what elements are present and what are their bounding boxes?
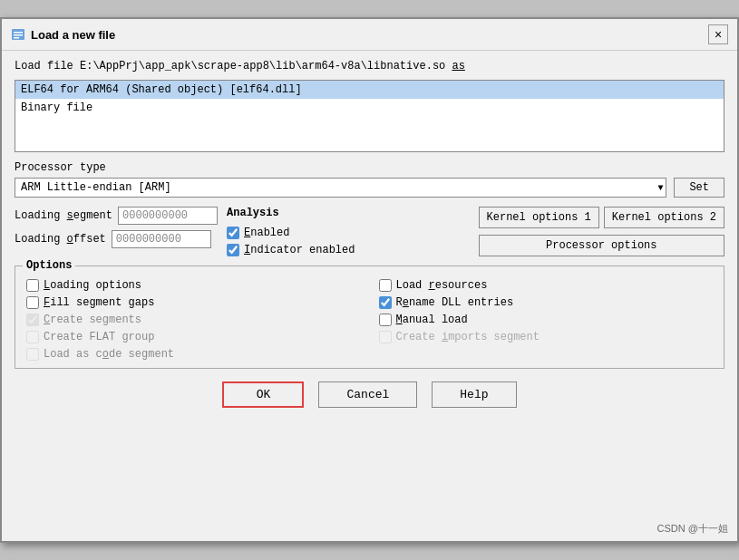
create-segments-checkbox [26, 314, 39, 326]
opt-create-imports: Create imports segment [379, 331, 714, 343]
analysis-title: Analysis [227, 207, 470, 219]
options-box: Options Loading options Fill segment gap… [15, 266, 724, 369]
svg-rect-2 [14, 34, 23, 36]
loading-fields: Loading segment Loading offset [15, 207, 218, 248]
title-bar-left: Load a new file [11, 27, 115, 42]
loading-segment-input[interactable] [118, 207, 218, 225]
processor-row: ARM Little-endian [ARM] ▼ Set [15, 178, 724, 198]
dialog-title: Load a new file [31, 28, 115, 42]
kernel-options-1-button[interactable]: Kernel options 1 [479, 207, 599, 228]
processor-select[interactable]: ARM Little-endian [ARM] [15, 178, 666, 198]
loading-offset-label: Loading offset [15, 233, 106, 246]
set-button[interactable]: Set [674, 178, 724, 198]
svg-rect-3 [14, 37, 19, 39]
opt-create-segments: Create segments [26, 314, 361, 326]
options-left-col: Loading options Fill segment gaps Create… [26, 279, 361, 361]
load-file-dialog: Load a new file × Load file E:\AppPrj\ap… [0, 17, 739, 543]
loading-segment-row: Loading segment [15, 207, 218, 225]
processor-select-wrapper[interactable]: ARM Little-endian [ARM] ▼ [15, 178, 666, 198]
load-code-label: Load as code segment [44, 348, 174, 361]
opt-create-flat: Create FLAT group [26, 331, 361, 343]
analysis-box: Analysis Enabled Indicator enabled [227, 207, 470, 256]
help-button[interactable]: Help [432, 381, 516, 408]
fill-segment-gaps-checkbox[interactable] [26, 296, 39, 309]
fill-segment-gaps-label: Fill segment gaps [44, 296, 154, 309]
processor-type-label: Processor type [15, 161, 724, 174]
processor-options-button[interactable]: Processor options [479, 235, 724, 256]
load-resources-label: Load resources [396, 279, 488, 292]
enabled-label: Enabled [244, 227, 289, 239]
rename-dll-label: Rename DLL entries [396, 296, 514, 309]
create-segments-label: Create segments [44, 314, 141, 326]
indicator-row: Indicator enabled [227, 244, 470, 256]
bottom-buttons: OK Cancel Help [15, 381, 724, 408]
file-type-item-elf64[interactable]: ELF64 for ARM64 (Shared object) [elf64.d… [15, 81, 724, 99]
loading-offset-input[interactable] [112, 230, 211, 248]
loading-segment-label: Loading segment [15, 209, 112, 222]
kernel-buttons-group: Kernel options 1 Kernel options 2 Proces… [479, 207, 724, 256]
opt-manual-load: Manual load [379, 314, 714, 326]
kernel-btn-row: Kernel options 1 Kernel options 2 [479, 207, 724, 228]
dialog-icon [11, 27, 25, 42]
load-code-checkbox [26, 348, 39, 361]
manual-load-checkbox[interactable] [379, 314, 392, 326]
file-type-item-binary[interactable]: Binary file [15, 99, 724, 117]
svg-rect-1 [14, 32, 23, 34]
file-type-list[interactable]: ELF64 for ARM64 (Shared object) [elf64.d… [15, 80, 724, 152]
indicator-label: Indicator enabled [244, 244, 355, 256]
create-flat-checkbox [26, 331, 39, 343]
manual-load-label: Manual load [396, 314, 468, 326]
loading-offset-row: Loading offset [15, 230, 218, 248]
opt-load-resources: Load resources [379, 279, 714, 292]
opt-loading-options: Loading options [26, 279, 361, 292]
kernel-options-2-button[interactable]: Kernel options 2 [604, 207, 724, 228]
dialog-content: Load file E:\AppPrj\app_apk\scrape-app8\… [2, 51, 737, 424]
opt-rename-dll: Rename DLL entries [379, 296, 714, 309]
indicator-checkbox[interactable] [227, 244, 239, 256]
load-resources-checkbox[interactable] [379, 279, 392, 292]
watermark: CSDN @十一姐 [657, 522, 728, 536]
options-grid: Loading options Fill segment gaps Create… [26, 279, 713, 361]
options-right-col: Load resources Rename DLL entries Manual… [379, 279, 714, 361]
create-flat-label: Create FLAT group [44, 331, 154, 343]
options-legend: Options [23, 259, 75, 272]
create-imports-label: Create imports segment [396, 331, 540, 343]
loading-options-checkbox[interactable] [26, 279, 39, 292]
load-file-path: Load file E:\AppPrj\app_apk\scrape-app8\… [15, 60, 724, 72]
opt-fill-segment: Fill segment gaps [26, 296, 361, 309]
enabled-checkbox[interactable] [227, 227, 239, 239]
rename-dll-checkbox[interactable] [379, 296, 392, 309]
create-imports-checkbox [379, 331, 392, 343]
ok-button[interactable]: OK [222, 381, 304, 408]
loading-options-label: Loading options [44, 279, 141, 292]
title-bar: Load a new file × [2, 19, 737, 51]
close-button[interactable]: × [708, 24, 728, 44]
opt-load-code: Load as code segment [26, 348, 361, 361]
mid-section: Loading segment Loading offset Analysis … [15, 207, 724, 256]
cancel-button[interactable]: Cancel [318, 381, 417, 408]
enabled-row: Enabled [227, 227, 470, 239]
